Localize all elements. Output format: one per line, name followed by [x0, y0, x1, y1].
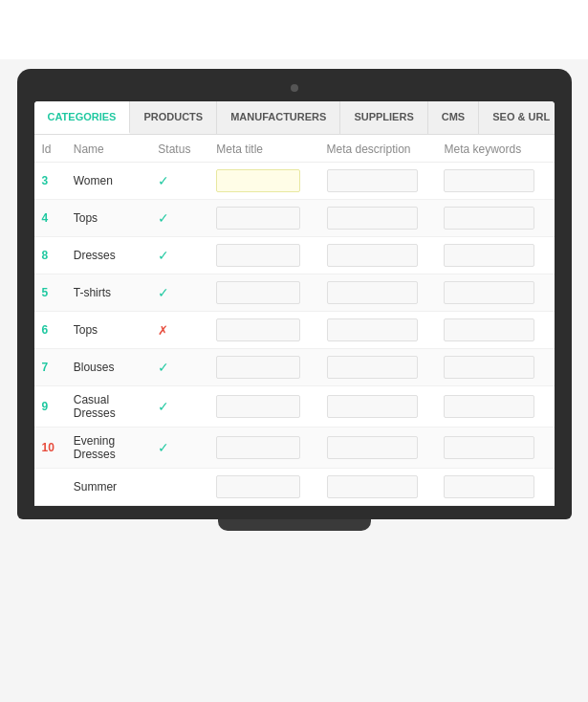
meta-title-input[interactable] [216, 318, 300, 341]
cell-meta-title[interactable] [208, 428, 318, 469]
table-row: 3Women✓ [34, 163, 555, 200]
cell-status: ✓ [150, 163, 208, 200]
cell-meta-kw[interactable] [436, 163, 554, 200]
meta-desc-input[interactable] [327, 244, 418, 267]
meta-desc-input[interactable] [327, 356, 418, 379]
meta-desc-input[interactable] [327, 436, 418, 459]
cell-id [34, 469, 66, 506]
meta-kw-input[interactable] [444, 475, 534, 498]
cell-meta-desc[interactable] [319, 349, 437, 386]
col-header-meta-kw: Meta keywords [436, 135, 554, 163]
laptop-foot [218, 519, 371, 531]
meta-kw-input[interactable] [444, 281, 534, 304]
cell-id: 9 [34, 386, 66, 428]
meta-title-input[interactable] [216, 356, 300, 379]
meta-desc-input[interactable] [327, 169, 418, 192]
tabs-bar: CATEGORIES PRODUCTS MANUFACTURERS SUPPLI… [34, 101, 555, 135]
cell-meta-desc[interactable] [319, 237, 437, 274]
cell-meta-desc[interactable] [319, 386, 437, 428]
cell-id: 7 [34, 349, 66, 386]
cell-meta-kw[interactable] [436, 200, 554, 237]
cell-meta-title[interactable] [208, 386, 318, 428]
table-row: 7Blouses✓ [34, 349, 555, 386]
cell-meta-title[interactable] [208, 163, 318, 200]
cell-meta-title[interactable] [208, 274, 318, 312]
cross-icon: ✗ [158, 323, 168, 338]
tab-cms[interactable]: CMS [428, 101, 479, 134]
meta-title-input[interactable] [216, 395, 300, 418]
col-header-meta-desc: Meta description [319, 135, 437, 163]
check-icon: ✓ [158, 248, 169, 263]
check-icon: ✓ [158, 210, 169, 226]
cell-meta-kw[interactable] [436, 274, 554, 312]
meta-desc-input[interactable] [327, 475, 418, 498]
cell-name: Women [66, 163, 151, 200]
cell-meta-kw[interactable] [436, 469, 554, 506]
cell-meta-desc[interactable] [319, 469, 437, 506]
col-header-id: Id [34, 135, 66, 163]
col-header-status: Status [150, 135, 208, 163]
table-row: Summer [34, 469, 555, 506]
cell-meta-desc[interactable] [319, 163, 437, 200]
cell-status: ✓ [150, 428, 208, 469]
cell-status: ✓ [150, 349, 208, 386]
cell-meta-desc[interactable] [319, 200, 437, 237]
cell-name: Summer [66, 469, 151, 506]
cell-name: Dresses [66, 237, 151, 274]
cell-meta-title[interactable] [208, 312, 318, 349]
cell-name: Tops [66, 312, 151, 349]
meta-kw-input[interactable] [444, 395, 534, 418]
meta-kw-input[interactable] [444, 356, 534, 379]
cell-id: 8 [34, 237, 66, 274]
meta-kw-input[interactable] [444, 318, 534, 341]
check-icon: ✓ [158, 399, 169, 414]
meta-desc-input[interactable] [327, 395, 418, 418]
meta-title-input[interactable] [216, 281, 300, 304]
cell-status: ✓ [150, 200, 208, 237]
cell-meta-title[interactable] [208, 237, 318, 274]
laptop-wrapper: CATEGORIES PRODUCTS MANUFACTURERS SUPPLI… [0, 59, 588, 531]
cell-meta-title[interactable] [208, 349, 318, 386]
table-row: 5T-shirts✓ [34, 274, 555, 312]
tab-products[interactable]: PRODUCTS [130, 101, 217, 134]
cell-status: ✓ [150, 274, 208, 312]
tab-suppliers[interactable]: SUPPLIERS [340, 101, 427, 134]
cell-meta-kw[interactable] [436, 312, 554, 349]
meta-title-input[interactable] [216, 207, 300, 230]
tab-manufacturers[interactable]: MANUFACTURERS [217, 101, 340, 134]
cell-meta-desc[interactable] [319, 428, 437, 469]
meta-title-input[interactable] [216, 244, 300, 267]
table-container: Id Name Status Meta title Meta descripti… [34, 135, 555, 506]
col-header-meta-title: Meta title [208, 135, 318, 163]
table-row: 9Casual Dresses✓ [34, 386, 555, 428]
tab-categories[interactable]: CATEGORIES [34, 101, 131, 134]
table-row: 6Tops✗ [34, 312, 555, 349]
check-icon: ✓ [158, 173, 169, 188]
cell-meta-desc[interactable] [319, 312, 437, 349]
cell-meta-title[interactable] [208, 469, 318, 506]
cell-meta-kw[interactable] [436, 237, 554, 274]
cell-meta-kw[interactable] [436, 349, 554, 386]
check-icon: ✓ [158, 285, 169, 300]
meta-title-input[interactable] [216, 169, 300, 192]
cell-id: 4 [34, 200, 66, 237]
meta-kw-input[interactable] [444, 207, 534, 230]
meta-kw-input[interactable] [444, 169, 534, 192]
cell-meta-kw[interactable] [436, 386, 554, 428]
cell-name: Casual Dresses [66, 386, 151, 428]
cell-status: ✓ [150, 386, 208, 428]
cell-meta-title[interactable] [208, 200, 318, 237]
meta-desc-input[interactable] [327, 318, 418, 341]
cell-meta-kw[interactable] [436, 428, 554, 469]
cell-meta-desc[interactable] [319, 274, 437, 312]
meta-desc-input[interactable] [327, 281, 418, 304]
meta-kw-input[interactable] [444, 436, 534, 459]
meta-desc-input[interactable] [327, 207, 418, 230]
cell-name: Evening Dresses [66, 428, 151, 469]
meta-title-input[interactable] [216, 475, 300, 498]
tab-seo-url[interactable]: SEO & URL [479, 101, 554, 134]
meta-title-input[interactable] [216, 436, 300, 459]
meta-kw-input[interactable] [444, 244, 534, 267]
laptop-screen: CATEGORIES PRODUCTS MANUFACTURERS SUPPLI… [34, 101, 555, 506]
cell-id: 10 [34, 428, 66, 469]
